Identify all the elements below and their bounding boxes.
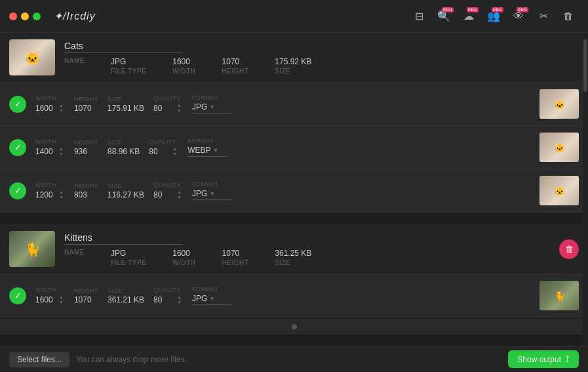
pro-badge: PRO (467, 7, 479, 12)
toolbar-icons: ⊟ 🔍 PRO ☁ PRO 👥 PRO 👁 PRO ✂ 🗑 (408, 6, 579, 27)
variant-row-cats-3: ✓ WIDTH 1200 ▲ ▼ HEIGHT 803 SIZE 116.27 … (0, 169, 588, 213)
size-label-k: SIZE (108, 287, 144, 294)
variant-row-kittens-1: ✓ WIDTH 1600 ▲ ▼ HEIGHT 1070 SIZE 361.21… (0, 274, 588, 318)
width-stepper-kittens-1: WIDTH 1600 ▲ ▼ (35, 287, 65, 304)
size-value-cats-3: 116.27 KB (108, 190, 144, 199)
scrollbar[interactable] (583, 33, 588, 346)
format-chevron-icon: ▼ (209, 295, 215, 302)
stepper-cats-1-width: 1600 ▲ ▼ (35, 103, 65, 113)
quality-stepper-cats-2: QUALITY 80 ▲ ▼ (149, 138, 178, 156)
quality-down-arrow[interactable]: ▼ (176, 195, 183, 200)
preview-image-cats-1: 🐱 (539, 89, 579, 119)
preview-image-cats-2: 🐱 (539, 133, 579, 162)
stepper-kittens-1-width: 1600 ▲ ▼ (35, 295, 65, 304)
quality-up-arrow[interactable]: ▲ (176, 190, 183, 195)
search-icon[interactable]: 🔍 PRO (433, 6, 454, 27)
file-meta-kittens: NAME JPG FILE TYPE 1600 WIDTH 1070 HEIGH… (64, 249, 579, 266)
stepper-cats-3-quality: 80 ▲ ▼ (153, 190, 183, 199)
quality-value-kittens-1: 80 (153, 295, 174, 304)
show-output-label: Show output (517, 355, 561, 364)
eye-icon[interactable]: 👁 PRO (508, 6, 529, 27)
width-down-arrow[interactable]: ▼ (58, 300, 65, 305)
width-up-arrow[interactable]: ▲ (58, 190, 65, 195)
format-dropdown-kittens-1[interactable]: JPG ▼ (192, 294, 231, 305)
output-icon: ⤴ (565, 354, 570, 364)
format-select-kittens-1: FORMAT JPG ▼ (192, 286, 231, 305)
maximize-button[interactable] (33, 12, 41, 20)
quality-up-arrow[interactable]: ▲ (176, 103, 183, 108)
width-down-arrow[interactable]: ▼ (58, 108, 65, 114)
width-stepper-cats-1: WIDTH 1600 ▲ ▼ (35, 95, 65, 113)
quality-up-arrow[interactable]: ▲ (171, 146, 178, 152)
width-down-arrow[interactable]: ▼ (58, 195, 65, 200)
quality-arrows-3[interactable]: ▲ ▼ (176, 190, 183, 199)
trash-icon[interactable]: 🗑 (558, 6, 579, 27)
pro-badge: PRO (492, 7, 503, 12)
format-dropdown-cats-2[interactable]: WEBP ▼ (187, 146, 227, 157)
width-up-arrow[interactable]: ▲ (58, 103, 65, 108)
delete-file-kittens-button[interactable]: 🗑 (559, 239, 579, 259)
variant-enable-cats-3[interactable]: ✓ (9, 182, 26, 199)
format-label: FORMAT (192, 181, 231, 188)
height-label: HEIGHT (74, 96, 98, 102)
quality-arrows[interactable]: ▲ ▼ (176, 103, 183, 113)
stepper-cats-1-quality: 80 ▲ ▼ (153, 103, 183, 113)
drop-hint-text: You can always drop more files. (76, 355, 187, 364)
file-meta-size-k: 361.25 KB SIZE (275, 249, 311, 266)
quality-arrows-2[interactable]: ▲ ▼ (171, 146, 178, 156)
file-name-cats: Cats (64, 41, 579, 51)
variant-enable-cats-2[interactable]: ✓ (9, 139, 26, 156)
variant-row-cats-1: ✓ WIDTH 1600 ▲ ▼ HEIGHT 1070 SIZE 175.91… (0, 82, 588, 125)
width-label: WIDTH (35, 182, 65, 188)
meta-label-size: SIZE (275, 68, 311, 75)
format-dropdown-cats-1[interactable]: JPG ▼ (192, 102, 231, 114)
variant-preview-kittens-1: 🐈 (539, 281, 579, 310)
file-header-kittens: 🐈 Kittens NAME JPG FILE TYPE 1600 WIDTH (0, 224, 588, 274)
width-value-cats-3: 1200 (35, 190, 56, 199)
width-arrows-3[interactable]: ▲ ▼ (58, 190, 65, 199)
file-name-kittens: Kittens (64, 232, 579, 243)
file-thumbnail-kittens: 🐈 (9, 231, 55, 267)
quality-label: QUALITY (153, 95, 183, 102)
file-group-kittens: 🐈 Kittens NAME JPG FILE TYPE 1600 WIDTH (0, 224, 588, 318)
height-field-cats-3: HEIGHT 803 (74, 182, 98, 199)
scrollbar-thumb[interactable] (583, 39, 587, 92)
show-output-button[interactable]: Show output ⤴ (508, 350, 579, 368)
variant-enable-cats-1[interactable]: ✓ (9, 96, 26, 113)
width-arrows-2[interactable]: ▲ ▼ (58, 146, 65, 156)
quality-value-cats-3: 80 (153, 190, 174, 199)
window-controls (9, 12, 41, 20)
monitor-icon[interactable]: ⊟ (408, 6, 429, 27)
upload-cloud-icon[interactable]: ☁ PRO (458, 6, 479, 27)
quality-value-cats-2: 80 (149, 147, 170, 156)
scroll-dot (292, 324, 297, 329)
tools-icon[interactable]: ✂ (533, 6, 554, 27)
width-up-arrow[interactable]: ▲ (58, 295, 65, 300)
close-button[interactable] (9, 12, 17, 20)
size-field-cats-2: SIZE 88.96 KB (108, 139, 140, 156)
quality-label: QUALITY (149, 138, 178, 145)
quality-down-arrow[interactable]: ▼ (176, 108, 183, 114)
width-arrows[interactable]: ▲ ▼ (58, 103, 65, 113)
quality-arrows-k1[interactable]: ▲ ▼ (176, 295, 183, 304)
minimize-button[interactable] (21, 12, 29, 20)
width-down-arrow[interactable]: ▼ (58, 152, 65, 157)
width-up-arrow[interactable]: ▲ (58, 146, 65, 152)
quality-up-arrow[interactable]: ▲ (176, 295, 183, 300)
width-value-kittens-1: 1600 (35, 295, 56, 304)
file-meta-size: 175.92 KB SIZE (275, 57, 311, 75)
quality-down-arrow[interactable]: ▼ (171, 152, 178, 157)
quality-down-arrow[interactable]: ▼ (176, 300, 183, 305)
select-files-button[interactable]: Select files... (9, 352, 69, 367)
stepper-cats-2-quality: 80 ▲ ▼ (149, 146, 178, 156)
width-arrows-k1[interactable]: ▲ ▼ (58, 295, 65, 304)
file-meta-height-k: 1070 HEIGHT (222, 249, 249, 266)
format-label: FORMAT (187, 138, 227, 144)
format-select-cats-1: FORMAT JPG ▼ (192, 94, 231, 114)
meta-label-height: HEIGHT (222, 68, 249, 75)
variant-enable-kittens-1[interactable]: ✓ (9, 287, 26, 304)
format-dropdown-cats-3[interactable]: JPG ▼ (192, 189, 231, 200)
quality-stepper-cats-1: QUALITY 80 ▲ ▼ (153, 95, 183, 113)
users-icon[interactable]: 👥 PRO (483, 6, 504, 27)
width-stepper-cats-2: WIDTH 1400 ▲ ▼ (35, 138, 65, 156)
